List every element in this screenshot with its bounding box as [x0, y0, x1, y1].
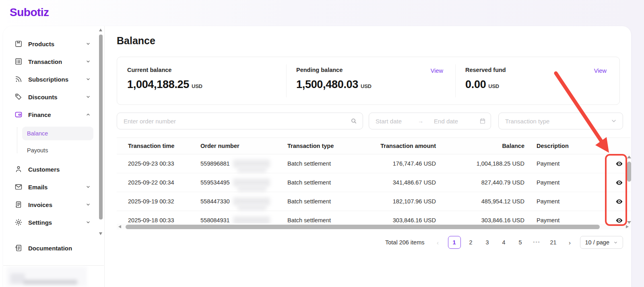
sidebar-item-label: Documentation	[28, 245, 72, 252]
view-details-eye-icon[interactable]	[613, 158, 625, 170]
scroll-down-arrow-icon[interactable]	[99, 232, 102, 235]
calendar-icon	[479, 118, 486, 124]
sidebar-item-label: Emails	[28, 184, 47, 191]
transaction-time-cell: 2025-09-18 00:33	[128, 211, 174, 223]
end-date-placeholder: End date	[434, 118, 458, 125]
sidebar-scrollbar-thumb[interactable]	[99, 35, 103, 219]
balance-cell: 1,004,188.25 USD	[444, 154, 524, 173]
sidebar-item-subscriptions[interactable]: Subscriptions	[3, 70, 104, 88]
balance-cell: 485,954.12 USD	[444, 192, 524, 211]
current-balance-section: Current balance 1,004,188.25USD	[117, 57, 286, 105]
pagination-page-3[interactable]: 3	[481, 236, 494, 249]
table-header-row: Transaction timeOrder numberTransaction …	[117, 137, 630, 154]
chevron-up-icon	[86, 112, 91, 117]
pagination-next-button[interactable]: ›	[564, 236, 576, 249]
scroll-up-arrow-icon[interactable]	[627, 156, 631, 158]
horizontal-scrollbar-thumb[interactable]	[126, 225, 600, 229]
brand-logo[interactable]: Subotiz	[10, 6, 49, 19]
description-cell: Payment	[537, 173, 559, 192]
pagination-page-21[interactable]: 21	[547, 236, 560, 249]
view-details-eye-icon[interactable]	[613, 214, 625, 223]
avatar	[10, 273, 25, 284]
sidebar-item-label: Invoices	[28, 201, 52, 208]
pagination-page-2[interactable]: 2	[464, 236, 477, 249]
mail-icon	[14, 183, 23, 191]
sidebar-subitem-balance[interactable]: Balance	[22, 127, 93, 140]
sidebar-item-discounts[interactable]: Discounts	[3, 88, 104, 106]
date-range-picker[interactable]: Start date → End date	[369, 113, 491, 129]
reserved-fund-section: Reserved fund 0.00USD View	[455, 57, 620, 105]
sidebar-item-label: Discounts	[28, 94, 58, 100]
view-details-eye-icon[interactable]	[613, 195, 625, 207]
order-number-search-input[interactable]: Enter order number	[117, 113, 363, 129]
user-profile-blurred[interactable]	[6, 267, 87, 286]
tag-icon	[14, 93, 23, 101]
sidebar-item-label: Subscriptions	[28, 76, 68, 83]
chevron-down-icon	[613, 240, 618, 245]
search-placeholder: Enter order number	[124, 118, 176, 125]
table-row: 2025-09-18 00:33558084931Batch settlemen…	[117, 211, 630, 223]
sidebar-item-invoices[interactable]: Invoices	[3, 196, 104, 213]
transaction-amount-cell: 341,486.67 USD	[355, 173, 436, 192]
pagination-total: Total 206 items	[385, 239, 425, 246]
scroll-down-arrow-icon[interactable]	[627, 221, 631, 224]
scroll-up-arrow-icon[interactable]	[99, 29, 102, 31]
description-cell: Payment	[537, 211, 559, 223]
sidebar-item-customers[interactable]: Customers	[3, 160, 104, 178]
table-row: 2025-09-23 00:33559896881Batch settlemen…	[117, 154, 630, 173]
chevron-down-icon	[86, 59, 91, 64]
list-icon	[14, 57, 23, 66]
redacted-blur	[233, 216, 270, 223]
scroll-left-arrow-icon[interactable]	[118, 225, 121, 228]
transactions-table: Transaction timeOrder numberTransaction …	[117, 137, 630, 223]
pending-balance-amount: 1,500,480.03	[296, 78, 358, 90]
transaction-type-cell: Batch settlement	[287, 192, 331, 211]
redacted-blur	[237, 204, 266, 211]
pagination-prev-button[interactable]: ‹	[431, 236, 444, 249]
sidebar-sublist-finance: BalancePayouts	[3, 127, 104, 157]
transaction-time-cell: 2025-09-19 00:32	[128, 192, 174, 211]
reserved-fund-amount: 0.00	[465, 78, 486, 90]
transaction-amount-cell: 303,846.16 USD	[355, 211, 436, 223]
sidebar-scrollbar[interactable]	[99, 28, 103, 236]
sidebar-item-finance[interactable]: Finance	[3, 106, 104, 123]
chevron-down-icon	[86, 41, 91, 46]
date-range-arrow-icon: →	[418, 118, 423, 124]
balance-cell: 827,440.79 USD	[444, 173, 524, 192]
horizontal-scrollbar[interactable]	[117, 224, 630, 230]
chevron-down-icon	[86, 77, 91, 82]
table-vertical-scrollbar[interactable]	[627, 156, 632, 226]
pagination-page-4[interactable]: 4	[497, 236, 510, 249]
transaction-amount-cell: 176,747.46 USD	[355, 154, 436, 173]
sidebar-item-products[interactable]: Products	[3, 35, 104, 53]
invoice-icon	[14, 201, 23, 209]
transaction-time-cell: 2025-09-23 00:33	[128, 154, 174, 173]
page-size-select[interactable]: 10 / page	[580, 236, 623, 249]
package-icon	[14, 40, 23, 48]
pagination-page-1[interactable]: 1	[448, 236, 461, 249]
table-row: 2025-09-22 00:34559534495Batch settlemen…	[117, 173, 630, 192]
chevron-down-icon	[86, 220, 91, 225]
sidebar-subitem-payouts[interactable]: Payouts	[22, 144, 93, 157]
table-vertical-scrollbar-thumb[interactable]	[627, 162, 631, 182]
pending-balance-section: Pending balance 1,500,480.03USD View	[286, 57, 455, 105]
pagination-ellipsis: •••	[530, 236, 543, 249]
pagination-page-5[interactable]: 5	[514, 236, 527, 249]
table-row: 2025-09-19 00:32558447330Batch settlemen…	[117, 192, 630, 211]
transaction-amount-cell: 182,107.96 USD	[355, 192, 436, 211]
sidebar-item-documentation[interactable]: Documentation	[3, 239, 104, 257]
view-details-eye-icon[interactable]	[613, 176, 625, 189]
sidebar-item-emails[interactable]: Emails	[3, 178, 104, 196]
sidebar-item-settings[interactable]: Settings	[3, 213, 104, 231]
currency-label: USD	[361, 83, 372, 89]
column-header-balance: Balance	[444, 138, 524, 154]
documentation-icon	[14, 244, 23, 252]
start-date-placeholder: Start date	[376, 118, 402, 125]
transaction-type-placeholder: Transaction type	[505, 118, 549, 125]
search-icon[interactable]	[351, 118, 357, 124]
transaction-type-select[interactable]: Transaction type	[498, 113, 623, 129]
pending-balance-view-link[interactable]: View	[431, 68, 443, 74]
sidebar-item-transaction[interactable]: Transaction	[3, 53, 104, 70]
wallet-icon	[14, 111, 23, 119]
reserved-fund-view-link[interactable]: View	[594, 68, 607, 74]
